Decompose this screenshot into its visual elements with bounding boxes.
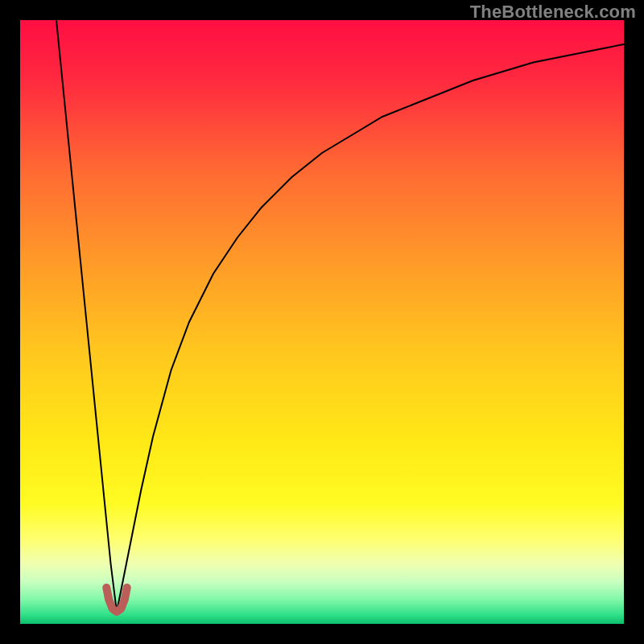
bottleneck-chart: [20, 20, 624, 624]
chart-frame: TheBottleneck.com: [0, 0, 644, 644]
watermark-text: TheBottleneck.com: [470, 2, 636, 23]
gradient-background: [20, 20, 624, 624]
